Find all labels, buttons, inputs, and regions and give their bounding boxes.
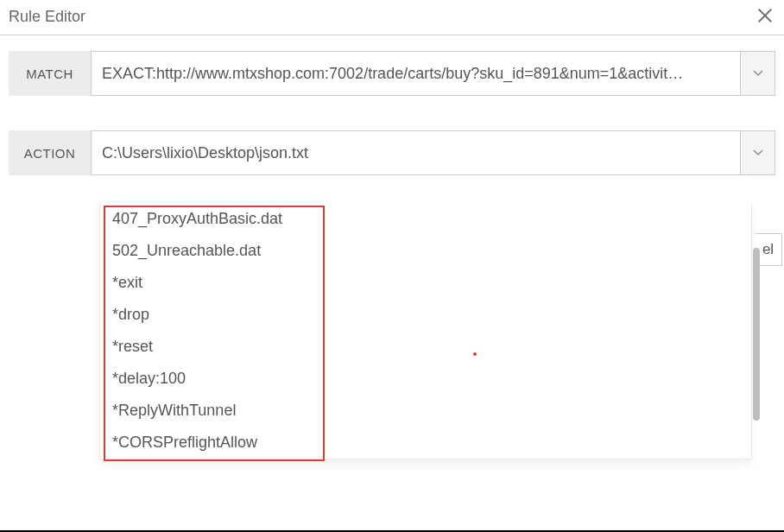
dialog-content: MATCH ACTION (0, 35, 784, 175)
action-label: ACTION (9, 130, 91, 175)
dialog-header: Rule Editor (0, 0, 784, 35)
dialog-title: Rule Editor (9, 8, 85, 26)
dropdown-item[interactable]: *delay:100 (100, 363, 751, 395)
action-dropdown-button[interactable] (740, 131, 775, 174)
scrollbar-thumb[interactable] (753, 248, 760, 421)
match-label: MATCH (9, 51, 91, 96)
dropdown-item[interactable]: *CORSPreflightAllow (100, 427, 751, 459)
dropdown-item[interactable]: 407_ProxyAuthBasic.dat (100, 203, 751, 235)
action-input[interactable] (92, 131, 740, 174)
dropdown-item[interactable]: 502_Unreachable.dat (100, 235, 751, 267)
action-input-wrap (91, 130, 775, 175)
dropdown-item[interactable]: *drop (100, 299, 751, 331)
match-input-wrap (91, 51, 775, 96)
dropdown-item[interactable]: *ReplyWithTunnel (100, 395, 751, 427)
dropdown-item[interactable]: *exit (100, 267, 751, 299)
action-dropdown-list: 407_ProxyAuthBasic.dat 502_Unreachable.d… (99, 203, 752, 459)
close-icon[interactable] (758, 7, 772, 26)
chevron-down-icon (753, 70, 763, 77)
chevron-down-icon (753, 149, 763, 156)
match-row: MATCH (9, 51, 775, 96)
dropdown-item[interactable]: *reset (100, 331, 751, 363)
match-dropdown-button[interactable] (740, 52, 775, 95)
match-input[interactable] (92, 52, 740, 95)
action-row: ACTION (9, 130, 775, 175)
